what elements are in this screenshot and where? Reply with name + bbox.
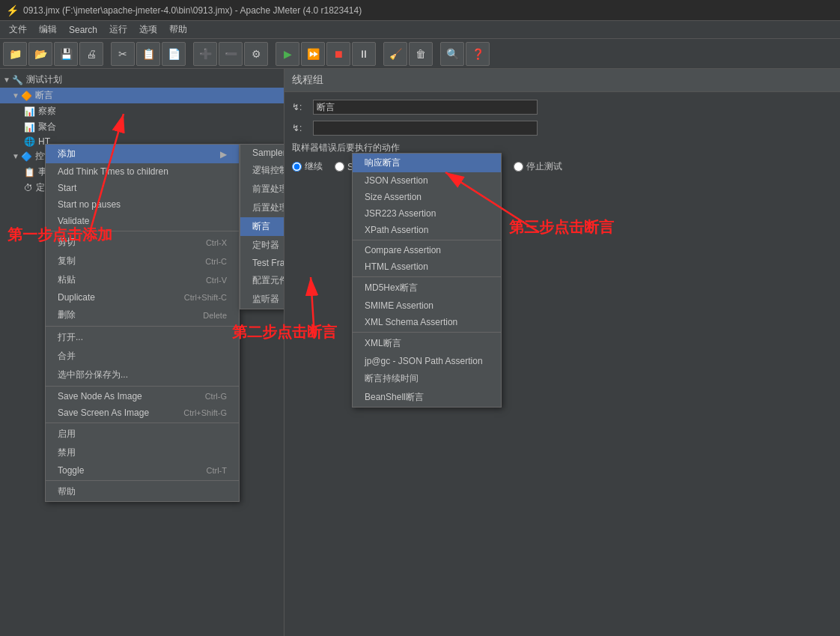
toolbar-new[interactable]: 📁: [3, 42, 27, 66]
comment-input[interactable]: [313, 121, 538, 136]
ctx-sep5: [46, 480, 239, 481]
toolbar-shutdown[interactable]: ⏸: [352, 42, 376, 66]
toolbar-clear-all[interactable]: 🗑: [409, 42, 433, 66]
ctx-open[interactable]: 打开...: [46, 328, 239, 347]
assert-size[interactable]: Size Assertion: [353, 189, 501, 205]
ctx-toggle[interactable]: Toggle Ctrl-T: [46, 462, 239, 479]
ctx-start[interactable]: Start: [46, 180, 239, 196]
sub-config[interactable]: 配置元件 ▶: [240, 271, 284, 290]
ctx-enable[interactable]: 启用: [46, 425, 239, 443]
ctx-sep1: [46, 231, 239, 231]
toolbar-add[interactable]: ➕: [193, 42, 217, 66]
toolbar-help[interactable]: ❓: [466, 42, 490, 66]
toolbar-paste[interactable]: 📄: [162, 42, 186, 66]
assert-xml[interactable]: XML断言: [353, 334, 501, 353]
assert-json[interactable]: JSON Assertion: [353, 172, 501, 189]
name-input[interactable]: [313, 100, 538, 115]
ctx-add-think-times[interactable]: Add Think Times to children: [46, 163, 239, 180]
tree-item-ju[interactable]: 📊 聚合: [0, 119, 284, 135]
ctx-help[interactable]: 帮助: [46, 482, 239, 501]
ctx-disable[interactable]: 禁用: [46, 443, 239, 462]
left-panel: ▼ 🔧 测试计划 ▼ 🔶 断言 📊 察察 📊 聚合 🌐 HT: [0, 69, 284, 636]
radio-continue[interactable]: 继续: [292, 160, 323, 173]
toolbar-start[interactable]: ▶: [276, 42, 299, 66]
sub-post-processor[interactable]: 后置处理器 ▶: [240, 199, 284, 217]
sub-assertion[interactable]: 断言 ▶: [240, 217, 284, 236]
app-icon: ⚡: [6, 4, 19, 16]
assert-html[interactable]: HTML Assertion: [353, 258, 501, 275]
ctx-delete[interactable]: 删除 Delete: [46, 306, 239, 324]
title-text: 0913.jmx (F:\jmeter\apache-jmeter-4.0\bi…: [23, 5, 362, 16]
ctx-sep3: [46, 386, 239, 387]
menu-file[interactable]: 文件: [3, 22, 33, 37]
assert-compare[interactable]: Compare Assertion: [353, 242, 501, 258]
ctx-sep4: [46, 423, 239, 423]
toolbar-cut[interactable]: ✂: [111, 42, 135, 66]
assert-sep3: [353, 332, 501, 333]
comment-label: ↯:: [292, 123, 307, 133]
assert-jsr223[interactable]: JSR223 Assertion: [353, 205, 501, 222]
menu-run[interactable]: 运行: [103, 22, 133, 37]
ctx-sep2: [46, 326, 239, 327]
sub-timer[interactable]: 定时器 ▶: [240, 236, 284, 255]
assert-duration[interactable]: 断言持续时间: [353, 369, 501, 388]
assert-json-path[interactable]: jp@gc - JSON Path Assertion: [353, 353, 501, 369]
menu-help[interactable]: 帮助: [163, 22, 193, 37]
assert-beanshell[interactable]: BeanShell断言: [353, 388, 501, 407]
menu-options[interactable]: 选项: [133, 22, 163, 37]
ctx-duplicate[interactable]: Duplicate Ctrl+Shift-C: [46, 289, 239, 306]
assert-xpath[interactable]: XPath Assertion: [353, 222, 501, 238]
menu-search[interactable]: Search: [63, 23, 103, 37]
ctx-copy[interactable]: 复制 Ctrl-C: [46, 252, 239, 270]
ctx-merge[interactable]: 合并: [46, 347, 239, 366]
sub-listener[interactable]: 监听器 ▶: [240, 290, 284, 309]
ctx-start-no-pauses[interactable]: Start no pauses: [46, 196, 239, 213]
toolbar-stop[interactable]: ⏹: [326, 42, 350, 66]
ctx-save-screen-image[interactable]: Save Screen As Image Ctrl+Shift-G: [46, 405, 239, 421]
assert-smime[interactable]: SMIME Assertion: [353, 297, 501, 314]
sub-test-fragment[interactable]: Test Fragment ▶: [240, 255, 284, 271]
toolbar-search[interactable]: 🔍: [440, 42, 464, 66]
submenu-assertion: 响应断言 JSON Assertion Size Assertion JSR22…: [352, 153, 502, 408]
sub-pre-processor[interactable]: 前置处理器 ▶: [240, 180, 284, 199]
toolbar: 📁 📂 💾 🖨 ✂ 📋 📄 ➕ ➖ ⚙ ▶ ⏩ ⏹ ⏸ 🧹 🗑 🔍 ❓: [0, 39, 840, 69]
assert-xml-schema[interactable]: XML Schema Assertion: [353, 314, 501, 330]
assert-sep2: [353, 276, 501, 277]
toolbar-remove[interactable]: ➖: [219, 42, 243, 66]
name-field-row: ↯:: [292, 100, 833, 115]
submenu-add: Sampler ▶ 逻辑控制器 ▶ 前置处理器 ▶ 后置处理器 ▶ 断言 ▶ 定…: [240, 144, 284, 309]
ctx-save-partial[interactable]: 选中部分保存为...: [46, 366, 239, 384]
assert-md5hex[interactable]: MD5Hex断言: [353, 279, 501, 297]
comment-field-row: ↯:: [292, 121, 833, 136]
menu-edit[interactable]: 编辑: [33, 22, 63, 37]
radio-stop-test[interactable]: 停止测试: [514, 160, 562, 173]
sub-logic-controller[interactable]: 逻辑控制器 ▶: [240, 161, 284, 180]
context-menu: 添加 ▶ Add Think Times to children Start S…: [45, 144, 240, 502]
toolbar-print[interactable]: 🖨: [79, 42, 103, 66]
ctx-save-node-image[interactable]: Save Node As Image Ctrl-G: [46, 388, 239, 405]
tree-item-assertion[interactable]: ▼ 🔶 断言: [0, 88, 284, 103]
tree-item-cha[interactable]: 📊 察察: [0, 103, 284, 119]
ctx-add[interactable]: 添加 ▶: [46, 145, 239, 163]
ctx-cut[interactable]: 剪切 Ctrl-X: [46, 233, 239, 252]
ctx-paste[interactable]: 粘贴 Ctrl-V: [46, 270, 239, 289]
menu-bar: 文件 编辑 Search 运行 选项 帮助: [0, 21, 840, 39]
tree-item-test-plan[interactable]: ▼ 🔧 测试计划: [0, 72, 284, 88]
ctx-validate[interactable]: Validate: [46, 213, 239, 229]
sub-sampler[interactable]: Sampler ▶: [240, 145, 284, 161]
toolbar-settings[interactable]: ⚙: [244, 42, 268, 66]
title-bar: ⚡ 0913.jmx (F:\jmeter\apache-jmeter-4.0\…: [0, 0, 840, 21]
toolbar-save[interactable]: 💾: [54, 42, 78, 66]
toolbar-open[interactable]: 📂: [28, 42, 52, 66]
name-label-1: ↯:: [292, 102, 307, 112]
assert-sep1: [353, 240, 501, 240]
panel-title: 线程组: [284, 69, 840, 92]
toolbar-start-no-pause[interactable]: ⏩: [301, 42, 325, 66]
toolbar-clear[interactable]: 🧹: [383, 42, 407, 66]
assert-response[interactable]: 响应断言: [353, 154, 501, 172]
toolbar-copy[interactable]: 📋: [136, 42, 160, 66]
